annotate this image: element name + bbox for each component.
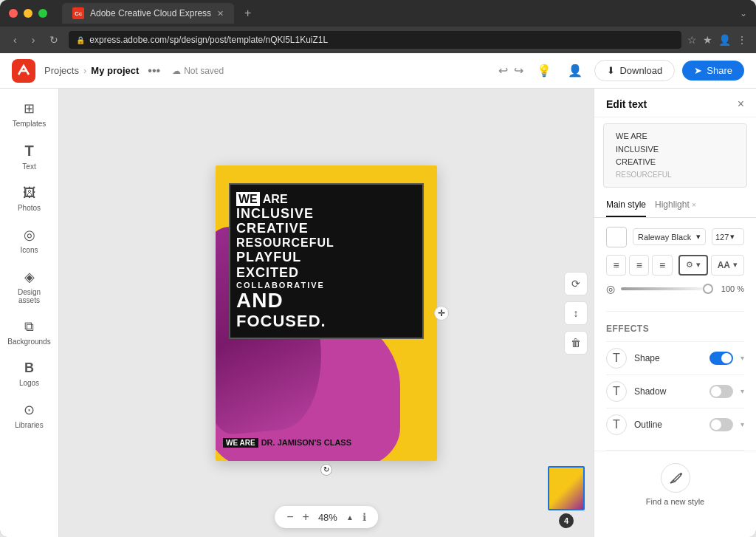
new-tab-btn[interactable]: +	[244, 7, 251, 20]
svg-point-0	[680, 473, 682, 475]
shadow-toggle[interactable]	[709, 385, 733, 398]
outline-effect-chevron[interactable]: ▾	[740, 420, 744, 428]
left-sidebar: ⊞ Templates T Text 🖼 Photos ◎ Icons ◈	[0, 89, 59, 537]
extension-icon[interactable]: ★	[703, 34, 712, 46]
undo-redo-group: ↩ ↪	[498, 64, 523, 78]
share-profile-btn[interactable]: 👤	[563, 59, 587, 83]
canvas-poster[interactable]: WE ARE INCLUSIVE CREATIVE RESOURCEFUL PL…	[216, 165, 437, 461]
forward-btn[interactable]: ›	[27, 33, 40, 47]
thumbnail-1[interactable]	[548, 466, 585, 510]
share-btn[interactable]: ➤ Share	[682, 61, 744, 81]
browser-tab[interactable]: Cc Adobe Creative Cloud Express ✕	[62, 3, 234, 24]
font-family-select[interactable]: Raleway Black ▾	[633, 228, 706, 245]
app-logo	[12, 59, 35, 83]
lock-icon: 🔒	[76, 36, 85, 44]
cloud-save-status: ☁ Not saved	[172, 66, 224, 76]
find-style-icon[interactable]	[661, 463, 690, 493]
sidebar-item-libraries[interactable]: ⊙ Libraries	[4, 396, 55, 435]
tab-close-btn[interactable]: ✕	[217, 9, 224, 18]
text-transform-btn[interactable]: AA ▾	[711, 255, 744, 276]
sidebar-item-icons[interactable]: ◎ Icons	[4, 221, 55, 260]
tab-highlight[interactable]: Highlight ×	[655, 194, 696, 217]
app-body: ⊞ Templates T Text 🖼 Photos ◎ Icons ◈	[0, 89, 756, 537]
effects-section: Effects T Shape ▾ T Shadow	[594, 312, 756, 450]
shape-effect-chevron[interactable]: ▾	[740, 354, 744, 362]
redo-btn[interactable]: ↪	[514, 64, 523, 78]
effect-row-outline: T Outline ▾	[606, 408, 744, 441]
font-size-chevron: ▾	[730, 232, 735, 242]
panel-close-btn[interactable]: ×	[738, 98, 744, 111]
shape-toggle[interactable]	[709, 352, 733, 365]
sidebar-item-templates[interactable]: ⊞ Templates	[4, 95, 55, 134]
traffic-light-maximize[interactable]	[38, 9, 47, 18]
panel-title: Edit text	[606, 98, 647, 110]
traffic-light-close[interactable]	[9, 9, 18, 18]
app-header: Projects › My project ••• ☁ Not saved ↩ …	[0, 53, 756, 89]
sidebar-item-backgrounds[interactable]: ⧉ Backgrounds	[4, 313, 55, 352]
breadcrumb-current[interactable]: My project	[91, 65, 139, 76]
tab-highlight-label: Highlight	[655, 199, 690, 210]
outline-toggle[interactable]	[709, 418, 733, 431]
outline-toggle-knob	[711, 420, 721, 430]
info-btn[interactable]: ℹ	[362, 511, 366, 523]
back-btn[interactable]: ‹	[9, 33, 21, 47]
opacity-slider[interactable]	[621, 287, 715, 290]
align-left-btn[interactable]: ≡	[606, 255, 626, 276]
browser-window: Cc Adobe Creative Cloud Express ✕ + ⌄ ‹ …	[0, 0, 756, 537]
effect-row-shape: T Shape ▾	[606, 341, 744, 374]
save-status-text: Not saved	[184, 66, 224, 76]
text-transform-icon: AA	[718, 260, 730, 270]
shape-toggle-knob	[721, 353, 732, 363]
shadow-effect-chevron[interactable]: ▾	[740, 387, 744, 395]
text-transform-chevron: ▾	[733, 260, 738, 270]
canvas-move-handle[interactable]: ✛	[434, 306, 449, 321]
tab-title: Adobe Creative Cloud Express	[90, 8, 211, 18]
breadcrumb-parent[interactable]: Projects	[44, 65, 79, 76]
sidebar-label-backgrounds: Backgrounds	[7, 338, 50, 346]
canvas-tool-arrange[interactable]: ↕	[564, 301, 588, 325]
design-assets-icon: ◈	[24, 269, 35, 285]
shadow-effect-label: Shadow	[634, 386, 702, 397]
undo-btn[interactable]: ↩	[498, 64, 508, 78]
lightbulb-btn[interactable]: 💡	[532, 59, 556, 83]
menu-icon[interactable]: ⋮	[737, 34, 747, 46]
font-color-swatch[interactable]	[606, 227, 627, 247]
sidebar-item-text[interactable]: T Text	[4, 137, 55, 177]
sidebar-item-logos[interactable]: B Logos	[4, 355, 55, 393]
right-panel: Edit text × WE ARE INCLUSIVE CREATIVE RE…	[594, 89, 756, 537]
canvas-tool-delete[interactable]: 🗑	[564, 331, 588, 355]
tab-main-style[interactable]: Main style	[606, 194, 646, 217]
canvas-rotate-handle[interactable]: ↻	[320, 464, 332, 476]
sidebar-item-photos[interactable]: 🖼 Photos	[4, 179, 55, 218]
address-bar[interactable]: 🔒 express.adobe.com/sp/design/post/templ…	[69, 31, 681, 49]
canvas-area: ⟳ ↕ 🗑 WE ARE	[59, 89, 594, 537]
canvas-tools: ⟳ ↕ 🗑	[564, 272, 588, 355]
traffic-light-minimize[interactable]	[24, 9, 32, 18]
zoom-out-btn[interactable]: −	[286, 510, 293, 524]
zoom-in-btn[interactable]: +	[303, 510, 309, 524]
tab-highlight-close[interactable]: ×	[692, 201, 696, 209]
profile-icon[interactable]: 👤	[718, 34, 731, 46]
browser-actions: ☆ ★ 👤 ⋮	[687, 34, 747, 46]
opacity-thumb	[703, 284, 713, 294]
preview-line-4: RESOURCEFUL	[616, 169, 735, 181]
bookmark-icon[interactable]: ☆	[687, 34, 697, 46]
sidebar-label-text: Text	[22, 163, 35, 171]
browser-titlebar: Cc Adobe Creative Cloud Express ✕ + ⌄	[0, 0, 756, 27]
align-right-btn[interactable]: ≡	[652, 255, 672, 276]
panel-header: Edit text ×	[594, 89, 756, 117]
shape-effect-label: Shape	[634, 353, 702, 363]
download-btn[interactable]: ⬇ Download	[594, 60, 675, 81]
letter-spacing-btn[interactable]: ⚙ ▾	[678, 255, 708, 276]
sidebar-item-design-assets[interactable]: ◈ Design assets	[4, 263, 55, 310]
canvas-tool-transform[interactable]: ⟳	[564, 272, 588, 295]
reload-btn[interactable]: ↻	[45, 33, 63, 47]
font-size-select[interactable]: 127 ▾	[712, 228, 744, 245]
shadow-effect-icon: T	[606, 381, 627, 402]
align-center-btn[interactable]: ≡	[629, 255, 649, 276]
browser-window-controls[interactable]: ⌄	[740, 8, 747, 18]
download-label: Download	[619, 65, 662, 76]
effects-title: Effects	[606, 321, 744, 334]
zoom-dropdown-arrow[interactable]: ▲	[346, 513, 354, 521]
more-options-btn[interactable]: •••	[148, 64, 160, 78]
